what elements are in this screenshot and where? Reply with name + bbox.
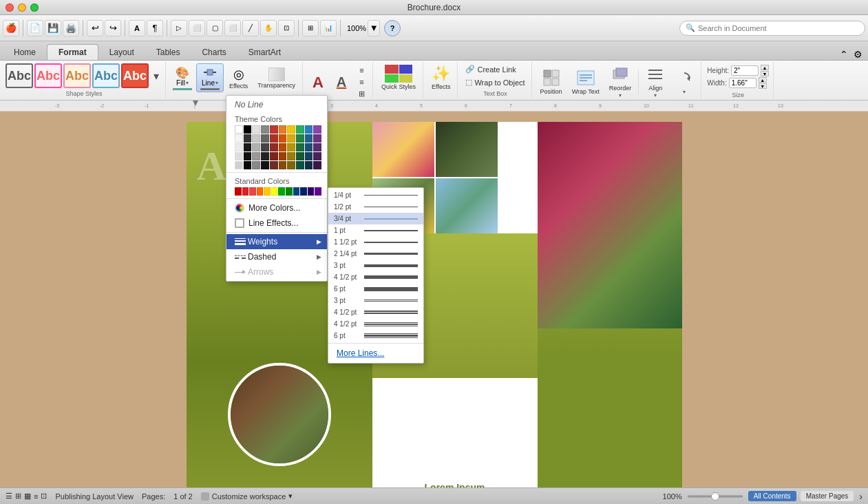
color-swatch[interactable] xyxy=(270,152,278,160)
height-input[interactable] xyxy=(731,65,759,76)
shape-style-4[interactable]: Abc xyxy=(121,63,149,88)
crop-icon[interactable]: ⊡ xyxy=(278,20,295,36)
height-down[interactable]: ▼ xyxy=(761,71,769,76)
weight-05pt[interactable]: 1/2 pt xyxy=(328,201,423,213)
color-swatch[interactable] xyxy=(313,134,321,143)
paragraph-icon[interactable]: ¶ xyxy=(147,20,163,36)
view-icon-grid[interactable]: ⊞ xyxy=(15,492,21,501)
color-swatch[interactable] xyxy=(287,152,295,160)
weight-1pt[interactable]: 1 pt xyxy=(328,224,423,236)
align-left-btn[interactable]: ≡ xyxy=(356,65,367,76)
close-button[interactable] xyxy=(6,3,14,12)
weight-075pt[interactable]: 3/4 pt xyxy=(328,213,423,224)
shape-style-3[interactable]: Abc xyxy=(92,63,120,88)
color-swatch[interactable] xyxy=(270,143,278,151)
dashed-option[interactable]: Dashed ▶ xyxy=(226,249,327,264)
wrap-text-button[interactable]: Wrap Text xyxy=(568,67,604,96)
color-swatch[interactable] xyxy=(313,143,321,151)
color-swatch[interactable] xyxy=(296,143,304,151)
color-swatch[interactable] xyxy=(244,152,252,160)
align-right-btn[interactable]: ≡ xyxy=(356,76,367,87)
color-swatch[interactable] xyxy=(305,143,313,151)
color-swatch[interactable] xyxy=(252,143,260,151)
std-swatch[interactable] xyxy=(308,187,315,196)
weight-3pt[interactable]: 3 pt xyxy=(328,260,423,271)
zoom-dropdown[interactable]: ▼ xyxy=(368,20,380,36)
color-swatch[interactable] xyxy=(305,134,313,143)
shape-style-1[interactable]: Abc xyxy=(34,63,62,88)
create-link-button[interactable]: 🔗 Create Link xyxy=(462,63,528,75)
color-swatch[interactable] xyxy=(279,152,287,160)
select-icon[interactable]: ▷ xyxy=(171,20,187,36)
color-swatch[interactable] xyxy=(252,134,260,143)
color-swatch[interactable] xyxy=(261,125,269,134)
tab-smartart[interactable]: SmartArt xyxy=(237,45,292,60)
weight-45pt-triple[interactable]: 4 1/2 pt xyxy=(328,318,423,330)
line-effects-option[interactable]: Line Effects... xyxy=(226,216,327,231)
color-swatch[interactable] xyxy=(279,134,287,143)
std-swatch[interactable] xyxy=(271,187,278,196)
color-swatch[interactable] xyxy=(261,134,269,143)
settings-icon[interactable]: ⚙ xyxy=(854,49,862,60)
reorder-button[interactable]: Reorder ▾ xyxy=(605,63,636,100)
color-swatch[interactable] xyxy=(252,152,260,160)
width-input[interactable] xyxy=(729,78,756,88)
color-swatch[interactable] xyxy=(279,125,287,134)
color-swatch[interactable] xyxy=(235,143,243,151)
weight-45pt-double[interactable]: 4 1/2 pt xyxy=(328,306,423,318)
color-swatch[interactable] xyxy=(279,161,287,169)
ellipse-icon[interactable]: ⬜ xyxy=(224,20,241,36)
arrows-option[interactable]: Arrows ▶ xyxy=(226,264,327,280)
std-swatch[interactable] xyxy=(315,187,321,196)
apple-menu-icon[interactable]: 🍎 xyxy=(3,20,19,36)
std-swatch[interactable] xyxy=(300,187,307,196)
color-swatch[interactable] xyxy=(287,134,295,143)
weight-45pt-1[interactable]: 4 1/2 pt xyxy=(328,271,423,283)
color-swatch[interactable] xyxy=(244,125,252,134)
color-swatch[interactable] xyxy=(305,125,313,134)
color-swatch[interactable] xyxy=(296,152,304,160)
customize-workspace[interactable]: Customize workspace ▾ xyxy=(201,492,293,501)
tab-charts[interactable]: Charts xyxy=(191,45,237,60)
text-color-b-button[interactable]: A xyxy=(330,73,352,92)
zoom-thumb[interactable] xyxy=(711,492,719,501)
std-swatch[interactable] xyxy=(249,187,256,196)
redo-icon[interactable]: ↪ xyxy=(105,20,121,36)
collapse-ribbon-icon[interactable]: ⌃ xyxy=(840,49,848,60)
more-colors-option[interactable]: More Colors... xyxy=(226,200,327,216)
weight-3pt-double[interactable]: 3 pt xyxy=(328,295,423,306)
color-swatch[interactable] xyxy=(244,134,252,143)
rounded-rect-icon[interactable]: ▢ xyxy=(207,20,223,36)
weight-6pt-thick[interactable]: 6 pt xyxy=(328,330,423,342)
line-icon[interactable]: ╱ xyxy=(242,20,259,36)
color-swatch[interactable] xyxy=(252,125,260,134)
view-icon-table[interactable]: ▦ xyxy=(24,492,31,501)
height-up[interactable]: ▲ xyxy=(761,65,769,70)
color-swatch[interactable] xyxy=(296,134,304,143)
sidebar-toggle-icon[interactable]: › xyxy=(859,491,862,502)
hand-icon[interactable]: ✋ xyxy=(260,20,277,36)
fill-button[interactable]: 🎨 Fill ▾ xyxy=(170,65,195,92)
shape-style-0[interactable]: Abc xyxy=(6,63,33,88)
color-swatch[interactable] xyxy=(313,161,321,169)
weight-15pt[interactable]: 1 1/2 pt xyxy=(328,236,423,248)
help-icon[interactable]: ? xyxy=(384,20,401,36)
transparency-button[interactable]: Transparency xyxy=(253,66,299,90)
weight-025pt[interactable]: 1/4 pt xyxy=(328,189,423,201)
weight-6pt-1[interactable]: 6 pt xyxy=(328,283,423,295)
save-icon[interactable]: 💾 xyxy=(45,20,61,36)
color-swatch[interactable] xyxy=(235,161,243,169)
zoom-slider[interactable] xyxy=(688,495,743,498)
color-swatch[interactable] xyxy=(287,161,295,169)
position-button[interactable]: Position xyxy=(536,67,567,96)
color-swatch[interactable] xyxy=(235,125,243,134)
wrap-to-object-button[interactable]: ⬚ Wrap to Object xyxy=(462,76,528,88)
shape-style-2[interactable]: Abc xyxy=(63,63,91,88)
color-swatch[interactable] xyxy=(252,161,260,169)
view-icon-outline[interactable]: ≡ xyxy=(34,492,38,501)
no-line-option[interactable]: No Line xyxy=(226,97,327,112)
color-swatch[interactable] xyxy=(261,152,269,160)
maximize-button[interactable] xyxy=(30,3,39,12)
color-swatch[interactable] xyxy=(313,152,321,160)
rectangle-icon[interactable]: ⬜ xyxy=(189,20,205,36)
